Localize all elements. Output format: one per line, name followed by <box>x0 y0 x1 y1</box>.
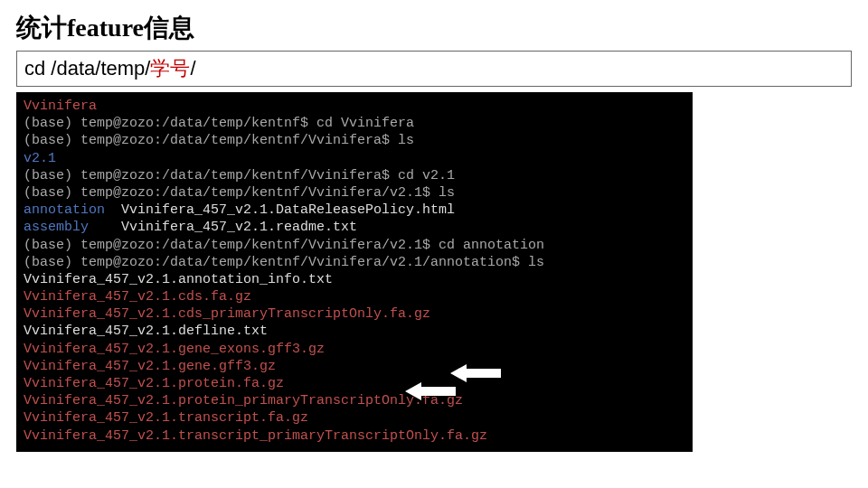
terminal-line: (base) temp@zozo:/data/temp/kentnf/Vvini… <box>24 184 685 202</box>
terminal-line: (base) temp@zozo:/data/temp/kentnf/Vvini… <box>24 237 685 254</box>
svg-marker-1 <box>405 382 456 400</box>
page-title: 统计feature信息 <box>16 9 852 51</box>
terminal-line: Vvinifera_457_v2.1.defline.txt <box>24 323 685 340</box>
command-box: cd /data/temp/学号/ <box>16 51 852 87</box>
terminal-line: Vvinifera_457_v2.1.protein.fa.gz <box>24 375 685 392</box>
terminal-line: annotation Vvinifera_457_v2.1.DataReleas… <box>24 202 685 219</box>
command-prefix: cd /data/temp/ <box>24 57 150 80</box>
terminal-line: (base) temp@zozo:/data/temp/kentnf/Vvini… <box>24 254 685 271</box>
command-suffix: / <box>190 57 195 80</box>
terminal-line: Vvinifera_457_v2.1.cds.fa.gz <box>24 288 685 305</box>
terminal-wrap: Vvinifera(base) temp@zozo:/data/temp/ken… <box>16 92 693 452</box>
terminal-line: Vvinifera_457_v2.1.annotation_info.txt <box>24 271 685 288</box>
terminal-line: Vvinifera_457_v2.1.gene.gff3.gz <box>24 358 685 375</box>
terminal-line: Vvinifera <box>24 98 685 115</box>
command-highlight: 学号 <box>150 57 190 80</box>
terminal-line: Vvinifera_457_v2.1.cds_primaryTranscript… <box>24 305 685 323</box>
terminal-line: (base) temp@zozo:/data/temp/kentnf/Vvini… <box>24 167 685 184</box>
terminal-line: (base) temp@zozo:/data/temp/kentnf$ cd V… <box>24 115 685 132</box>
terminal-line: Vvinifera_457_v2.1.protein_primaryTransc… <box>24 392 685 409</box>
pointer-arrow-2 <box>405 381 456 401</box>
terminal-line: Vvinifera_457_v2.1.transcript.fa.gz <box>24 409 685 427</box>
terminal-line: Vvinifera_457_v2.1.transcript_primaryTra… <box>24 427 685 445</box>
terminal-line: (base) temp@zozo:/data/temp/kentnf/Vvini… <box>24 132 685 149</box>
terminal-line: assembly Vvinifera_457_v2.1.readme.txt <box>24 219 685 236</box>
terminal[interactable]: Vvinifera(base) temp@zozo:/data/temp/ken… <box>16 92 693 452</box>
terminal-line: v2.1 <box>24 150 685 167</box>
terminal-line: Vvinifera_457_v2.1.gene_exons.gff3.gz <box>24 341 685 358</box>
svg-marker-0 <box>450 364 501 382</box>
pointer-arrow-1 <box>450 363 501 383</box>
